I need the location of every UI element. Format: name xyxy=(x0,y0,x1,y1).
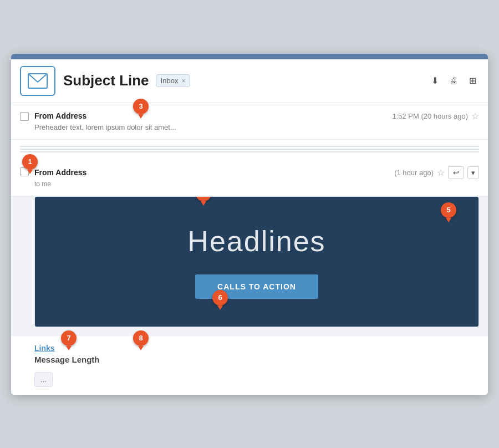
inbox-tab[interactable]: Inbox × xyxy=(156,74,191,87)
email-hero: Headlines CALLS TO ACTION xyxy=(35,197,478,327)
top-bar xyxy=(11,54,488,59)
inbox-tab-label: Inbox xyxy=(161,77,179,85)
download-icon[interactable]: ⬇ xyxy=(428,74,441,88)
header-actions: ⬇ 🖨 ⊞ xyxy=(428,74,479,88)
divider-line-1 xyxy=(20,146,479,147)
star-icon-1[interactable]: ☆ xyxy=(471,111,479,121)
email-time-1: 1:52 PM (20 hours ago) ☆ xyxy=(392,111,479,121)
email-checkbox-2[interactable] xyxy=(20,167,29,176)
email-icon-box xyxy=(20,66,55,96)
inbox-tab-close[interactable]: × xyxy=(181,77,185,85)
email-footer-content: 7 8 Links Message Length ... xyxy=(11,336,488,395)
email-from-1: From Address xyxy=(34,111,86,120)
email-open-content: From Address (1 hour ago) ☆ ↩ ▾ to me xyxy=(34,166,479,188)
divider-line-2 xyxy=(20,149,479,150)
email-headline: Headlines xyxy=(52,225,462,258)
cta-button[interactable]: CALLS TO ACTION xyxy=(195,274,318,299)
email-checkbox-1[interactable] xyxy=(20,112,29,121)
envelope-icon xyxy=(28,73,48,89)
email-preheader: Preheader text, lorem ipsum dolor sit am… xyxy=(34,123,479,131)
email-to: to me xyxy=(34,180,479,188)
email-open-from: From Address xyxy=(34,168,86,177)
subject-title: Subject Line xyxy=(63,72,149,89)
more-actions-button[interactable]: ... xyxy=(34,372,53,387)
links-text[interactable]: Links xyxy=(34,344,479,353)
divider-lines xyxy=(11,140,488,159)
email-header: 2 Subject Line Inbox × ⬇ 🖨 ⊞ xyxy=(11,59,488,103)
message-length: Message Length xyxy=(34,355,479,364)
external-icon[interactable]: ⊞ xyxy=(466,74,479,88)
star-icon-2[interactable]: ☆ xyxy=(437,167,445,178)
email-list-content-1: From Address 1:52 PM (20 hours ago) ☆ Pr… xyxy=(34,111,479,131)
subject-area: Subject Line Inbox × xyxy=(63,72,420,89)
divider-line-3 xyxy=(20,151,479,152)
dropdown-button[interactable]: ▾ xyxy=(467,166,479,179)
email-open-from-row: From Address (1 hour ago) ☆ ↩ ▾ xyxy=(34,166,479,179)
print-icon[interactable]: 🖨 xyxy=(447,74,460,88)
reply-button[interactable]: ↩ xyxy=(448,166,464,179)
email-list-item: 3 From Address 1:52 PM (20 hours ago) ☆ … xyxy=(11,103,488,140)
email-client-window: 2 Subject Line Inbox × ⬇ 🖨 ⊞ xyxy=(11,54,488,395)
email-open-item: 1 From Address (1 hour ago) ☆ ↩ ▾ to me xyxy=(11,159,488,196)
email-rendered: 4 5 6 Headlines CALLS TO ACTION xyxy=(34,196,479,327)
email-open-time: (1 hour ago) ☆ ↩ ▾ xyxy=(394,166,479,179)
email-from-row-1: From Address 1:52 PM (20 hours ago) ☆ xyxy=(34,111,479,121)
email-body: 3 From Address 1:52 PM (20 hours ago) ☆ … xyxy=(11,103,488,395)
